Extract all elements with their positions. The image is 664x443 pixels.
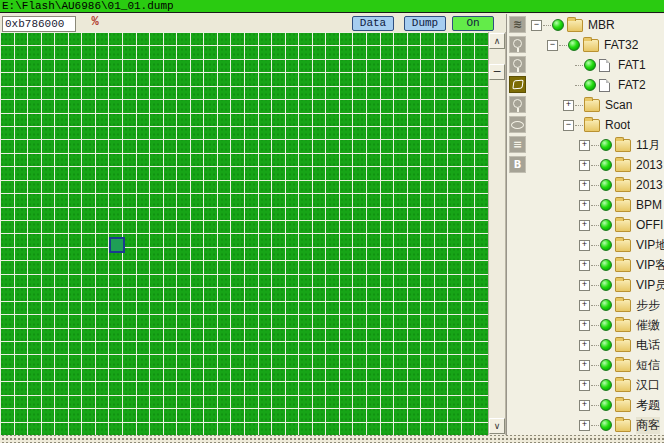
expand-icon[interactable]: + <box>579 280 590 291</box>
tree-item-催缴[interactable]: +催缴 <box>529 315 660 335</box>
tree-item-label[interactable]: MBR <box>588 18 615 32</box>
tree-item-label[interactable]: FAT1 <box>618 58 646 72</box>
folder-icon <box>583 39 599 52</box>
window-title: E:\Flash\AU6986\01_01.dump <box>2 0 174 12</box>
expand-icon[interactable]: + <box>579 420 590 431</box>
collapse-icon[interactable]: − <box>531 20 542 31</box>
marker-toolbutton[interactable] <box>509 76 526 93</box>
tree-item-FAT32[interactable]: −FAT32 <box>529 35 638 55</box>
tree-item-汉口[interactable]: +汉口 <box>529 375 660 395</box>
tree-item-label[interactable]: OFFI <box>636 218 663 232</box>
tree-item-label[interactable]: 电话 <box>636 337 660 354</box>
tree-item-label[interactable]: 商客 <box>636 417 660 434</box>
tree-item-label[interactable]: 考题 <box>636 397 660 414</box>
tree-item-label[interactable]: FAT32 <box>604 38 638 52</box>
tree-item-MBR[interactable]: −MBR <box>529 15 615 35</box>
tree-item-电话[interactable]: +电话 <box>529 335 660 355</box>
tree-connector-dots <box>591 425 599 426</box>
lamp-toolbutton[interactable] <box>509 96 526 113</box>
tree-item-label[interactable]: 2013 <box>636 178 663 192</box>
tree-item-label[interactable]: BPM <box>636 198 662 212</box>
green-led-icon <box>600 199 612 211</box>
expand-icon[interactable]: + <box>579 240 590 251</box>
expand-icon[interactable]: + <box>579 200 590 211</box>
tree-item-label[interactable]: Root <box>605 118 630 132</box>
tree-item-label[interactable]: VIP客 <box>636 257 664 274</box>
tree-item-VIP客[interactable]: +VIP客 <box>529 255 664 275</box>
selected-block-cell[interactable] <box>109 237 125 253</box>
expand-icon[interactable]: + <box>579 220 590 231</box>
expand-icon[interactable]: + <box>579 140 590 151</box>
tree-item-步步[interactable]: +步步 <box>529 295 660 315</box>
b-toolbutton[interactable]: B <box>509 156 526 173</box>
dump-button[interactable]: Dump <box>404 16 446 31</box>
tree-item-label[interactable]: 汉口 <box>636 377 660 394</box>
lamp-toolbutton[interactable] <box>509 56 526 73</box>
expand-icon[interactable]: + <box>579 160 590 171</box>
expand-icon[interactable]: + <box>579 360 590 371</box>
tree-item-label[interactable]: 催缴 <box>636 317 660 334</box>
expand-icon[interactable]: + <box>579 320 590 331</box>
tree-item-label[interactable]: VIP员 <box>636 277 664 294</box>
tree-item-VIP地[interactable]: +VIP地 <box>529 235 664 255</box>
expand-icon[interactable]: + <box>579 260 590 271</box>
address-input[interactable] <box>2 16 76 32</box>
collapse-icon[interactable]: − <box>563 120 574 131</box>
tree-connector-dots <box>591 325 599 326</box>
tree-item-BPM[interactable]: +BPM <box>529 195 662 215</box>
scroll-up-button[interactable]: ∧ <box>489 33 505 49</box>
top-toolbar: % Data Dump On <box>0 14 506 32</box>
data-button[interactable]: Data <box>352 16 394 31</box>
folder-icon <box>584 119 600 132</box>
bottom-grip-strip <box>0 435 664 443</box>
tree-connector-dots <box>591 385 599 386</box>
on-button[interactable]: On <box>452 16 494 31</box>
blockmap-vertical-scrollbar[interactable]: ∧ − ∨ <box>488 32 506 435</box>
folder-icon <box>615 339 631 352</box>
tree-item-11月[interactable]: +11月 <box>529 135 660 155</box>
tree-item-label[interactable]: 短信 <box>636 357 660 374</box>
percent-icon[interactable]: % <box>88 15 102 30</box>
tree-item-label[interactable]: 2013 <box>636 158 663 172</box>
menu-lines-toolbutton[interactable]: ≡ <box>509 136 526 153</box>
tree-item-2013[interactable]: +2013 <box>529 155 663 175</box>
scrollbar-thumb[interactable]: − <box>489 64 505 80</box>
expand-icon[interactable]: + <box>579 340 590 351</box>
tree-item-label[interactable]: 11月 <box>636 137 660 154</box>
folder-icon <box>615 259 631 272</box>
tree-item-考题[interactable]: +考题 <box>529 395 660 415</box>
tree-connector-dots <box>591 165 599 166</box>
tree-item-Root[interactable]: −Root <box>529 115 630 135</box>
folder-icon <box>615 179 631 192</box>
tree-item-2013[interactable]: +2013 <box>529 175 663 195</box>
lamp-toolbutton[interactable] <box>509 36 526 53</box>
tree-item-label[interactable]: 步步 <box>636 297 660 314</box>
tree-item-商客[interactable]: +商客 <box>529 415 660 435</box>
green-led-icon <box>600 219 612 231</box>
file-icon <box>599 59 610 72</box>
tree-item-FAT1[interactable]: FAT1 <box>529 55 646 75</box>
tree-item-label[interactable]: FAT2 <box>618 78 646 92</box>
wave-lines-icon: ≋ <box>510 17 525 32</box>
tree-item-VIP员[interactable]: +VIP员 <box>529 275 664 295</box>
collapse-icon[interactable]: − <box>547 40 558 51</box>
folder-icon <box>615 319 631 332</box>
tree-item-短信[interactable]: +短信 <box>529 355 660 375</box>
tree-item-OFFI[interactable]: +OFFI <box>529 215 663 235</box>
wave-lines-toolbutton[interactable]: ≋ <box>509 16 526 33</box>
folder-icon <box>615 359 631 372</box>
tree-item-FAT2[interactable]: FAT2 <box>529 75 646 95</box>
tree-connector-dots <box>591 405 599 406</box>
block-map-grid[interactable] <box>0 32 488 435</box>
tree-item-label[interactable]: Scan <box>605 98 632 112</box>
expand-icon[interactable]: + <box>579 380 590 391</box>
folder-icon <box>615 419 631 432</box>
expand-icon[interactable]: + <box>563 100 574 111</box>
expand-icon[interactable]: + <box>579 180 590 191</box>
ellipse-toolbutton[interactable] <box>509 116 526 133</box>
tree-item-label[interactable]: VIP地 <box>636 237 664 254</box>
scroll-down-button[interactable]: ∨ <box>489 418 505 434</box>
expand-icon[interactable]: + <box>579 300 590 311</box>
tree-item-Scan[interactable]: +Scan <box>529 95 632 115</box>
expand-icon[interactable]: + <box>579 400 590 411</box>
